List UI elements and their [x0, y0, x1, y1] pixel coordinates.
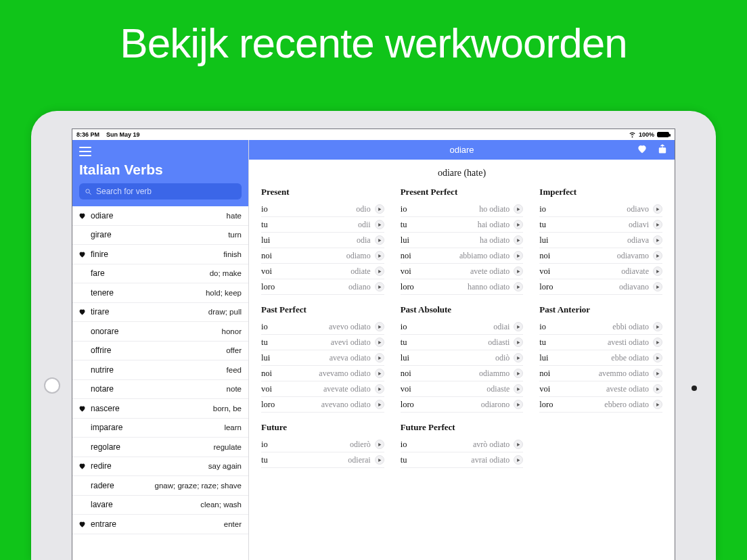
- verb-row[interactable]: faredo; make: [72, 264, 248, 284]
- verb-row[interactable]: regolareregulate: [72, 438, 248, 457]
- verb-row[interactable]: nascereborn, be: [72, 399, 248, 419]
- play-button[interactable]: [514, 266, 523, 276]
- verb-name: lavare: [91, 500, 113, 509]
- play-button[interactable]: [514, 400, 523, 409]
- conjugation-form: ebbe odiato: [611, 353, 649, 363]
- verb-row[interactable]: impararelearn: [72, 419, 248, 438]
- tense-block: Present Perfectioho odiatotuhai odiatolu…: [401, 187, 524, 295]
- play-button[interactable]: [375, 337, 384, 347]
- verb-row[interactable]: onorarehonor: [72, 322, 248, 342]
- conjugation-form: avrai odiato: [471, 455, 510, 465]
- play-button[interactable]: [375, 220, 384, 229]
- menu-icon[interactable]: [79, 147, 91, 156]
- pronoun: lui: [539, 235, 548, 246]
- play-button[interactable]: [653, 235, 662, 245]
- conjugation-row: ioavevo odiato: [261, 319, 384, 335]
- play-button[interactable]: [375, 282, 384, 291]
- sidebar-header: Italian Verbs Search for verb: [72, 140, 248, 206]
- play-button[interactable]: [653, 322, 662, 331]
- conjugation-row: ioho odiato: [401, 202, 524, 217]
- verb-name: notare: [91, 384, 114, 394]
- verb-row[interactable]: rediresay again: [72, 457, 248, 477]
- conjugation-form: avevamo odiato: [319, 369, 370, 379]
- play-button[interactable]: [375, 322, 384, 331]
- verb-translation: finish: [223, 250, 242, 258]
- conjugation-row: luiha odiato: [401, 233, 524, 248]
- heart-icon: [78, 404, 87, 413]
- search-placeholder: Search for verb: [96, 187, 152, 196]
- verb-row[interactable]: tiraredraw; pull: [72, 303, 248, 323]
- play-button[interactable]: [514, 337, 523, 347]
- pronoun: io: [261, 440, 268, 450]
- play-button[interactable]: [514, 384, 523, 394]
- verb-row[interactable]: lavareclean; wash: [72, 496, 248, 515]
- verb-list[interactable]: odiarehategirareturnfinirefinishfaredo; …: [72, 206, 248, 560]
- play-button[interactable]: [514, 353, 523, 363]
- verb-row[interactable]: offrireoffer: [72, 342, 248, 361]
- play-button[interactable]: [514, 282, 523, 291]
- share-icon[interactable]: [657, 143, 668, 156]
- verb-name: nutrire: [91, 365, 114, 375]
- verb-translation: learn: [224, 423, 242, 431]
- conjugation-row: tuodiavi: [539, 217, 662, 233]
- search-input[interactable]: Search for verb: [79, 183, 242, 200]
- conjugation-row: voiodiate: [261, 264, 384, 279]
- home-button[interactable]: [44, 377, 60, 394]
- play-button[interactable]: [653, 400, 662, 409]
- conjugation-form: ebbi odiato: [612, 322, 649, 332]
- play-button[interactable]: [375, 266, 384, 276]
- play-button[interactable]: [375, 353, 384, 363]
- play-button[interactable]: [375, 235, 384, 245]
- play-button[interactable]: [514, 251, 523, 260]
- conjugation-row: ioodiai: [401, 319, 524, 335]
- play-button[interactable]: [514, 455, 523, 465]
- play-button[interactable]: [514, 220, 523, 229]
- play-button[interactable]: [653, 384, 662, 394]
- play-button[interactable]: [653, 204, 662, 214]
- verb-translation: draw; pull: [208, 308, 242, 316]
- verb-name: finire: [91, 250, 108, 259]
- play-button[interactable]: [514, 322, 523, 331]
- play-button[interactable]: [375, 440, 384, 449]
- detail-subtitle: odiare (hate): [249, 160, 675, 187]
- play-button[interactable]: [375, 455, 384, 465]
- hero-headline: Bekijk recente werkwoorden: [0, 0, 747, 67]
- conjugation-row: tuavesti odiato: [539, 335, 662, 350]
- pronoun: loro: [401, 400, 414, 410]
- play-button[interactable]: [375, 369, 384, 378]
- favorite-icon[interactable]: [637, 143, 648, 156]
- conjugation-row: loroavevano odiato: [261, 397, 384, 413]
- verb-row[interactable]: nutrirefeed: [72, 360, 248, 380]
- play-button[interactable]: [375, 400, 384, 409]
- verb-row[interactable]: tenerehold; keep: [72, 283, 248, 303]
- verb-row[interactable]: raderegnaw; graze; raze; shave: [72, 476, 248, 496]
- play-button[interactable]: [514, 235, 523, 245]
- verb-name: odiare: [91, 211, 113, 220]
- play-button[interactable]: [653, 353, 662, 363]
- play-button[interactable]: [653, 369, 662, 378]
- status-bar: 8:36 PM Sun May 19 100%: [72, 129, 675, 140]
- verb-row[interactable]: notarenote: [72, 380, 248, 400]
- verb-row[interactable]: finirefinish: [72, 245, 248, 264]
- play-button[interactable]: [653, 251, 662, 260]
- play-button[interactable]: [653, 282, 662, 291]
- play-button[interactable]: [514, 440, 523, 449]
- verb-row[interactable]: girareturn: [72, 226, 248, 246]
- play-button[interactable]: [375, 384, 384, 394]
- conjugation-row: voiavevate odiato: [261, 381, 384, 397]
- play-button[interactable]: [514, 369, 523, 378]
- verb-row[interactable]: odiarehate: [72, 206, 248, 226]
- play-button[interactable]: [375, 251, 384, 260]
- play-button[interactable]: [653, 337, 662, 347]
- pronoun: lui: [401, 235, 409, 246]
- verb-translation: clean; wash: [200, 500, 242, 509]
- conjugation-form: odiavano: [619, 282, 649, 292]
- play-button[interactable]: [375, 204, 384, 214]
- verb-translation: turn: [228, 231, 242, 239]
- play-button[interactable]: [514, 204, 523, 214]
- play-button[interactable]: [653, 266, 662, 276]
- verb-row[interactable]: entrareenter: [72, 515, 248, 534]
- pronoun: lui: [261, 353, 270, 363]
- play-button[interactable]: [653, 220, 662, 229]
- tense-title: Future Perfect: [401, 422, 524, 433]
